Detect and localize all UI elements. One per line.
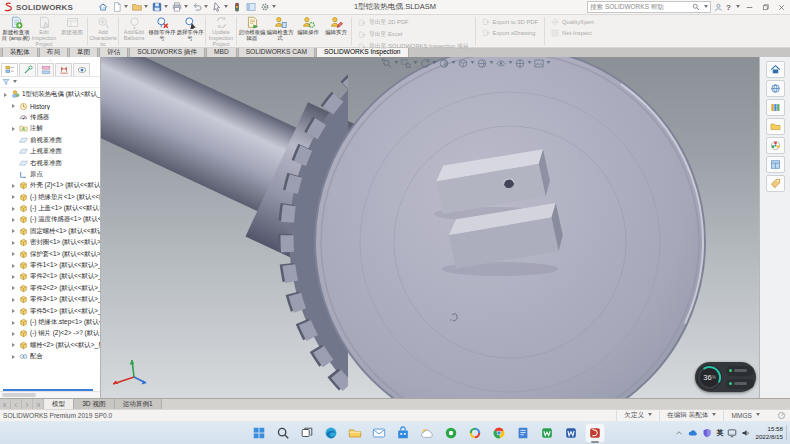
manager-tab[interactable] bbox=[1, 63, 18, 76]
qat-button[interactable] bbox=[231, 1, 243, 13]
qat-button[interactable] bbox=[111, 1, 129, 13]
ribbon-button[interactable]: 新建检查项目 (amp;树) bbox=[2, 15, 30, 47]
expand-arrow-icon[interactable] bbox=[12, 343, 17, 347]
help-search-box[interactable]: 搜索 SOLIDWORKS 帮助 bbox=[587, 1, 711, 13]
status-cell[interactable]: 欠定义 bbox=[616, 410, 659, 421]
ribbon-button[interactable]: 移除零件序号 bbox=[148, 15, 176, 47]
ribbon-button[interactable]: Add Characteristic bbox=[89, 15, 117, 47]
tree-item[interactable]: 零件1<1> (默认<<默认>_显示状态 bbox=[0, 260, 100, 271]
search-icon[interactable] bbox=[692, 3, 700, 11]
export-menu-item[interactable]: 导出至 2D PDF bbox=[358, 18, 469, 27]
widget-button[interactable] bbox=[726, 379, 754, 389]
export-menu-item[interactable]: QualityXpert bbox=[551, 18, 594, 26]
tray-volume-icon[interactable] bbox=[741, 428, 751, 438]
taskbar-app[interactable] bbox=[489, 423, 509, 443]
tree-item[interactable]: 零件5<1> (默认<<默认>_显示状态 bbox=[0, 305, 100, 316]
expand-arrow-icon[interactable] bbox=[12, 332, 17, 336]
expand-arrow-icon[interactable] bbox=[12, 184, 17, 188]
qat-button[interactable] bbox=[211, 1, 229, 13]
expand-arrow-icon[interactable] bbox=[12, 286, 17, 290]
model-3d-view[interactable] bbox=[100, 57, 760, 399]
hud-button[interactable] bbox=[382, 58, 399, 69]
export-menu-item[interactable]: Net-Inspect bbox=[551, 29, 594, 37]
manager-tab[interactable] bbox=[55, 63, 72, 76]
expand-arrow-icon[interactable] bbox=[12, 275, 17, 279]
scrollbar-thumb[interactable] bbox=[2, 393, 36, 397]
expand-arrow-icon[interactable] bbox=[12, 298, 17, 302]
ribbon-button[interactable]: 编辑实方 bbox=[322, 15, 350, 47]
widget-button[interactable] bbox=[726, 366, 754, 376]
expand-arrow-icon[interactable] bbox=[4, 93, 9, 97]
taskbar-app[interactable] bbox=[273, 423, 293, 443]
taskbar-app[interactable] bbox=[417, 423, 437, 443]
taskbar-app[interactable] bbox=[393, 423, 413, 443]
ribbon-button[interactable]: Edit Inspection Project bbox=[30, 15, 58, 47]
qat-button[interactable] bbox=[131, 1, 149, 13]
tree-item[interactable]: (-) 铜片 (2)<2> ->? (默认<<默认 bbox=[0, 328, 100, 339]
taskbar-app[interactable] bbox=[585, 423, 605, 443]
hud-button[interactable] bbox=[439, 58, 456, 69]
status-cell[interactable]: 在编辑 装配体 bbox=[659, 410, 723, 421]
user-account-icon[interactable] bbox=[714, 3, 723, 12]
tree-item[interactable]: 原点 bbox=[0, 169, 100, 180]
expand-arrow-icon[interactable] bbox=[12, 241, 17, 245]
tree-filter[interactable] bbox=[0, 77, 100, 88]
close-button[interactable] bbox=[775, 2, 788, 13]
expand-arrow-icon[interactable] bbox=[12, 229, 17, 233]
ribbon-button[interactable]: Update Inspection Project bbox=[207, 15, 235, 47]
ribbon-button[interactable]: 启动模板编辑器 bbox=[238, 15, 266, 47]
tree-item[interactable]: 零件3<1> (默认<<默认>_显示状态 bbox=[0, 294, 100, 305]
expand-arrow-icon[interactable] bbox=[12, 355, 17, 359]
zoom-level-dial[interactable]: 36 % bbox=[697, 365, 722, 390]
task-pane-tab[interactable] bbox=[766, 118, 785, 135]
tree-item[interactable]: History bbox=[0, 100, 100, 111]
qat-button[interactable] bbox=[97, 1, 109, 13]
graphics-viewport[interactable]: 36 % bbox=[100, 57, 760, 399]
tray-shield-icon[interactable] bbox=[702, 428, 712, 438]
tree-item[interactable]: 前视基准面 bbox=[0, 135, 100, 146]
tree-item[interactable]: 密封圈<1> (默认<<默认>_显示状 bbox=[0, 237, 100, 248]
qat-button[interactable] bbox=[259, 1, 277, 13]
taskbar-app[interactable] bbox=[441, 423, 461, 443]
export-menu-item[interactable]: 导出至 SOLIDWORKS Inspection 项目 bbox=[358, 42, 469, 51]
chevron-up-icon[interactable] bbox=[674, 428, 684, 438]
expand-arrow-icon[interactable] bbox=[12, 321, 17, 325]
tree-item[interactable]: (-) 绝缘体.step<1> (默认<<默认 bbox=[0, 317, 100, 328]
qat-button[interactable] bbox=[191, 1, 209, 13]
taskbar-app[interactable] bbox=[465, 423, 485, 443]
ribbon-button[interactable]: 编辑操作 bbox=[294, 15, 322, 47]
qat-button[interactable] bbox=[151, 1, 169, 13]
hud-button[interactable] bbox=[458, 58, 475, 69]
qat-button[interactable] bbox=[245, 1, 257, 13]
manager-tab[interactable] bbox=[37, 63, 54, 76]
manager-tab[interactable] bbox=[19, 63, 36, 76]
tree-item[interactable]: 传感器 bbox=[0, 112, 100, 123]
taskbar-app[interactable] bbox=[321, 423, 341, 443]
tree-item[interactable]: 螺栓<2> (默认<<默认>_显示状态 bbox=[0, 340, 100, 351]
task-pane-tab[interactable] bbox=[766, 156, 785, 173]
export-menu-item[interactable]: 导出至 Excel bbox=[358, 30, 469, 39]
hud-button[interactable] bbox=[515, 58, 532, 69]
tree-item[interactable]: (-) 温度传感器<1> (默认<<默认>_ bbox=[0, 214, 100, 225]
tree-item[interactable]: 保护套<1> (默认<<默认>_显示状 bbox=[0, 248, 100, 259]
hud-button[interactable] bbox=[477, 58, 494, 69]
tree-item[interactable]: 右视基准面 bbox=[0, 157, 100, 168]
taskbar-app[interactable] bbox=[297, 423, 317, 443]
tree-item[interactable]: 1型铠装热电偶 (默认<默认_显示状态-1> bbox=[0, 89, 100, 100]
taskbar-app[interactable] bbox=[369, 423, 389, 443]
hud-button[interactable] bbox=[496, 58, 513, 69]
zoom-control-widget[interactable]: 36 % bbox=[695, 362, 756, 392]
restore-button[interactable] bbox=[759, 2, 772, 13]
tree-item[interactable]: 零件2<2> (默认<<默认>_显示状态 bbox=[0, 283, 100, 294]
tree-item[interactable]: 注解 bbox=[0, 123, 100, 134]
taskbar-app[interactable] bbox=[345, 423, 365, 443]
tree-item[interactable]: 外壳 (2)<1> (默认<<默认>_显示状 bbox=[0, 180, 100, 191]
export-menu-item[interactable]: Export to 3D PDF bbox=[482, 18, 538, 26]
hud-button[interactable] bbox=[420, 58, 437, 69]
tray-display-icon[interactable] bbox=[727, 428, 737, 438]
ribbon-button[interactable]: Add/Edit Balloons bbox=[120, 15, 148, 47]
expand-arrow-icon[interactable] bbox=[12, 309, 17, 313]
expand-arrow-icon[interactable] bbox=[12, 218, 17, 222]
taskbar-app[interactable] bbox=[249, 423, 269, 443]
expand-arrow-icon[interactable] bbox=[12, 195, 17, 199]
